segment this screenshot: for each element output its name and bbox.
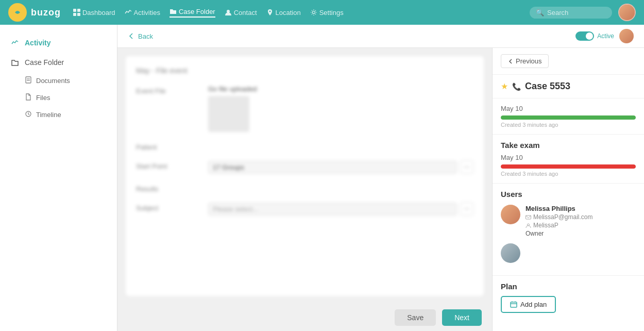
nav-location[interactable]: Location: [266, 8, 301, 18]
breadcrumb-bar: Back Active: [117, 25, 644, 48]
label-subject: Subject: [136, 202, 198, 212]
label-eventfile: Event File: [136, 85, 198, 95]
breadcrumb[interactable]: Back: [128, 32, 153, 40]
value-subject: Please select... ⋯: [208, 202, 473, 216]
add-plan-label: Add plan: [520, 301, 547, 308]
add-plan-button[interactable]: Add plan: [501, 296, 556, 313]
progress-fill-2: [501, 164, 636, 169]
form-row-patient: Patient: [136, 141, 473, 151]
svg-rect-1: [73, 9, 76, 12]
section1-meta: Created 3 minutes ago: [501, 122, 636, 128]
user-role: Owner: [526, 230, 636, 237]
user-entry-melissa: Melissa Phillips MelissaP@gmail.com Meli…: [501, 205, 636, 237]
svg-rect-3: [73, 13, 76, 16]
startpoint-icon-btn[interactable]: ⋯: [460, 160, 473, 174]
save-button[interactable]: Save: [395, 309, 436, 326]
sidebar-item-timeline[interactable]: Timeline: [25, 106, 117, 123]
users-label: Users: [501, 190, 636, 198]
form-row-subject: Subject Please select... ⋯: [136, 202, 473, 216]
sidebar-item-files[interactable]: Files: [25, 89, 117, 106]
toggle-track[interactable]: [575, 31, 594, 41]
search-icon: 🔍: [536, 9, 544, 16]
form-row-startpoint: Start Point 17 Groups ⋯: [136, 160, 473, 174]
star-icon[interactable]: ★: [501, 81, 508, 91]
sidebar-item-casefolder[interactable]: Case Folder: [0, 53, 117, 72]
toggle-thumb: [586, 32, 593, 40]
event-image: [208, 96, 249, 132]
main-layout: Activity Case Folder Documents Files: [0, 25, 644, 331]
sidebar-sub-timeline: Timeline: [0, 106, 117, 123]
breadcrumb-right: Active: [575, 29, 634, 43]
nav-activities[interactable]: Activities: [125, 8, 160, 18]
documents-icon: [25, 76, 32, 85]
value-startpoint: 17 Groups ⋯: [208, 160, 473, 174]
label-startpoint: Start Point: [136, 160, 198, 170]
section1-label: May 10: [501, 105, 636, 112]
logo[interactable]: buzog: [8, 3, 61, 22]
user-avatar[interactable]: [618, 4, 636, 21]
rp-header: Previous: [493, 48, 644, 75]
phone-icon: 📞: [512, 82, 521, 91]
rp-plan-section: Plan Add plan: [493, 276, 644, 319]
previous-label: Previous: [516, 57, 542, 65]
user-avatar-melissa: [501, 205, 520, 224]
user-email: MelissaP@gmail.com: [526, 213, 636, 221]
rp-users-section: Users Melissa Phillips MelissaP@gmail.co…: [493, 184, 644, 276]
sidebar-files-label: Files: [36, 94, 50, 102]
nav-settings[interactable]: Settings: [310, 8, 344, 18]
svg-rect-4: [77, 13, 80, 16]
user-info-melissa: Melissa Phillips MelissaP@gmail.com Meli…: [526, 205, 636, 237]
section2-meta: Created 3 minutes ago: [501, 171, 636, 177]
search-input[interactable]: [547, 9, 606, 16]
svg-rect-14: [511, 302, 517, 307]
sidebar-timeline-label: Timeline: [36, 111, 61, 119]
user-handle: MelissaP: [526, 222, 636, 229]
timeline-icon: [25, 110, 32, 119]
rp-section-may10-1: May 10 Created 3 minutes ago: [493, 98, 644, 135]
progress-bar-2: [501, 164, 636, 169]
svg-point-6: [269, 11, 270, 12]
sidebar-casefolder-label: Case Folder: [25, 58, 64, 67]
search-box[interactable]: 🔍: [530, 7, 612, 19]
sidebar-item-documents[interactable]: Documents: [25, 72, 117, 89]
nav-links: Dashboard Activities Case Folder Contact…: [73, 8, 530, 18]
progress-bar-1: [501, 115, 636, 120]
sidebar-item-activity[interactable]: Activity: [0, 33, 117, 53]
plan-label: Plan: [501, 282, 636, 291]
next-button[interactable]: Next: [442, 309, 482, 326]
label-patient: Patient: [136, 141, 198, 151]
files-icon: [25, 93, 32, 102]
activity-icon: [10, 38, 20, 47]
value-eventfile: Go file uploaded: [208, 85, 473, 132]
case-number: Case 5553: [525, 81, 570, 92]
rp-section-takeexam: Take exam May 10 Created 3 minutes ago: [493, 135, 644, 184]
breadcrumb-avatar: [619, 29, 634, 43]
svg-rect-2: [77, 9, 80, 12]
form-panel: May - File event Event File Go file uplo…: [126, 56, 484, 296]
topnav: buzog Dashboard Activities Case Folder C…: [0, 0, 644, 25]
nav-contact[interactable]: Contact: [225, 8, 257, 18]
right-panel: Previous ★ 📞 Case 5553 May 10 Created 3 …: [492, 48, 644, 331]
previous-button[interactable]: Previous: [501, 54, 549, 68]
nav-dashboard[interactable]: Dashboard: [73, 8, 115, 18]
sidebar: Activity Case Folder Documents Files: [0, 25, 117, 331]
sidebar-documents-label: Documents: [36, 77, 70, 85]
back-label: Back: [138, 32, 153, 40]
progress-fill-1: [501, 115, 636, 120]
casefolder-icon: [10, 58, 20, 67]
user-email-text: MelissaP@gmail.com: [533, 213, 593, 221]
svg-point-7: [312, 11, 315, 14]
bottom-bar: Save Next: [117, 304, 492, 331]
nav-casefolder[interactable]: Case Folder: [170, 8, 215, 18]
sidebar-sub-documents: Documents: [0, 72, 117, 89]
section2-title: Take exam: [501, 141, 636, 150]
section2-label: May 10: [501, 154, 636, 161]
logo-icon: [8, 3, 27, 22]
user-avatar-2: [501, 243, 520, 263]
user-entry-2: [501, 243, 636, 263]
subject-icon-btn[interactable]: ⋯: [460, 202, 473, 216]
sidebar-sub-files: Files: [0, 89, 117, 106]
user-handle-text: MelissaP: [533, 222, 558, 229]
label-results: Results: [136, 183, 198, 193]
toggle-active[interactable]: Active: [575, 31, 614, 41]
